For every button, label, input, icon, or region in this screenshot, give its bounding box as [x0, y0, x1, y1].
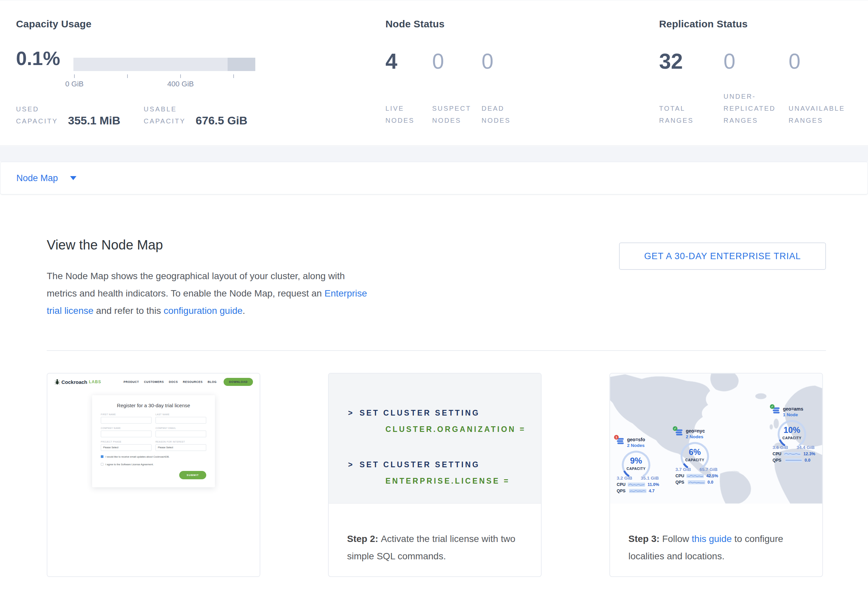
cpu-sparkline-icon — [784, 452, 801, 456]
field-label: REASON FOR INTEREST — [155, 441, 206, 443]
capacity-label: CAPACITY — [776, 436, 807, 440]
step-label: Step 3: — [628, 534, 662, 544]
dead-nodes-value: 0 — [481, 47, 511, 76]
axis-tick-label: 400 GiB — [167, 80, 194, 88]
cpu-label: CPU — [772, 452, 781, 456]
locality-widget-nyc: ✓ geo=nyc 2 Nodes 6% — [675, 428, 717, 485]
node-map-preview: 1 geo=sfo 2 Nodes 9% — [610, 374, 822, 503]
locality-name: geo=ams — [783, 406, 803, 412]
sql-command-text: SET CLUSTER SETTING — [359, 409, 480, 417]
step1-card: Cockroach LABS PRODUCT CUSTOMERS DOCS RE… — [47, 373, 260, 577]
field-label: FIRST NAME — [101, 413, 152, 416]
metric-label-line: CAPACITY — [16, 115, 58, 127]
qps-sparkline-icon — [785, 458, 802, 462]
capacity-bar-nonusable-segment — [227, 58, 255, 71]
sql-setting-name: CLUSTER.ORGANIZATION = — [385, 424, 541, 434]
this-guide-link[interactable]: this guide — [692, 534, 732, 544]
replication-status-columns: 32 TOTAL RANGES 0 UNDER- REPLICATED RANG… — [659, 47, 845, 127]
locality-widget-ams: ✓ geo=ams 1 Node 10% — [772, 406, 815, 463]
metric-label-line: USED — [16, 103, 58, 115]
cpu-label: CPU — [675, 474, 684, 478]
stat-label-line: LIVE — [385, 102, 432, 115]
stat-label-line: RANGES — [788, 115, 845, 127]
sql-setting-name: ENTERPRISE.LICENSE = — [385, 476, 541, 486]
nodemap-description: The Node Map shows the geographical layo… — [47, 268, 369, 319]
axis-tick-label: 0 GiB — [65, 80, 83, 88]
field-label: PROJECT PHASE — [101, 441, 152, 443]
under-replicated-ranges-stat: 0 UNDER- REPLICATED RANGES — [723, 47, 788, 127]
get-enterprise-trial-button[interactable]: GET A 30-DAY ENTERPRISE TRIAL — [619, 243, 826, 270]
field-label: LAST NAME — [155, 413, 206, 416]
capacity-percent: 9% — [621, 456, 651, 466]
nav-item: RESOURCES — [183, 380, 202, 384]
capacity-percent: 10% — [776, 425, 807, 435]
qps-value: 4.7 — [649, 489, 654, 493]
configuration-guide-link[interactable]: configuration guide — [164, 306, 243, 316]
qps-sparkline-icon — [629, 489, 647, 493]
stat-label-line: UNDER- — [723, 90, 788, 102]
total-ranges-stat: 32 TOTAL RANGES — [659, 47, 723, 127]
section-divider — [47, 350, 826, 351]
capacity-label: CAPACITY — [679, 458, 710, 462]
step1-caption: Step 1: Get a trial license delivered st… — [47, 576, 260, 577]
last-name-field — [155, 417, 206, 424]
stat-label-line: SUSPECT — [432, 102, 481, 115]
logo-suffix-text: LABS — [89, 380, 102, 384]
locality-node-count: 2 Nodes — [686, 434, 705, 440]
unavailable-ranges-stat: 0 UNAVAILABLE RANGES — [788, 47, 845, 127]
view-selector-bar[interactable]: Node Map — [0, 162, 868, 194]
cockroach-labs-logo: Cockroach LABS — [55, 379, 101, 385]
page-title: View the Node Map — [47, 237, 163, 253]
qps-label: QPS — [772, 458, 782, 463]
axis-tick — [233, 74, 234, 78]
qps-label: QPS — [617, 489, 627, 493]
cpu-value: 42.5% — [706, 474, 718, 478]
total-ranges-value: 32 — [659, 47, 723, 76]
usable-capacity-metric: USABLE CAPACITY 676.5 GiB — [144, 103, 248, 127]
step2-caption: Step 2: Activate the trial license with … — [329, 503, 541, 565]
stat-label-line: UNAVAILABLE — [788, 102, 845, 115]
company-name-field — [101, 431, 152, 437]
dead-nodes-stat: 0 DEAD NODES — [481, 47, 511, 127]
unavailable-ranges-value: 0 — [788, 47, 845, 76]
sql-prompt: > — [348, 409, 354, 417]
suspect-nodes-stat: 0 SUSPECT NODES — [432, 47, 481, 127]
check-badge-icon: ✓ — [770, 404, 775, 409]
chevron-down-icon[interactable] — [70, 176, 77, 180]
stat-label-line: RANGES — [723, 115, 788, 127]
cpu-value: 11.0% — [647, 482, 659, 487]
axis-tick — [127, 74, 128, 78]
locality-node-count: 2 Nodes — [627, 443, 645, 448]
capacity-metrics: USED CAPACITY 355.1 MiB USABLE CAPACITY … — [16, 103, 247, 127]
cockroachdb-admin-overview-page: { "stats": { "capacity": { "title": "Cap… — [0, 0, 868, 593]
node-status-title: Node Status — [385, 18, 444, 30]
trial-signup-screenshot: Cockroach LABS PRODUCT CUSTOMERS DOCS RE… — [47, 374, 260, 576]
suspect-nodes-value: 0 — [432, 47, 481, 76]
agree-checkbox-label: I agree to the — [105, 463, 121, 466]
axis-tick — [74, 74, 75, 78]
nav-item: BLOG — [208, 380, 217, 384]
node-map-dropdown[interactable]: Node Map — [16, 173, 58, 184]
capacity-usage-bar: 0 GiB 400 GiB — [74, 58, 255, 71]
capacity-label: CAPACITY — [621, 466, 651, 471]
cluster-summary-panel: Capacity Usage Node Status Replication S… — [0, 0, 868, 146]
stat-label-line: DEAD — [481, 102, 511, 115]
capacity-gauge: 9% CAPACITY — [621, 450, 651, 480]
stat-label-line: NODES — [385, 115, 432, 127]
capacity-usage-percent: 0.1% — [16, 47, 60, 69]
locality-name: geo=sfo — [627, 437, 645, 443]
nav-item: DOCS — [169, 380, 178, 384]
form-title: Register for a 30-day trial license — [101, 403, 206, 408]
step3-card: 1 geo=sfo 2 Nodes 9% — [610, 373, 823, 577]
cpu-value: 12.3% — [803, 452, 815, 456]
first-name-field — [101, 417, 152, 424]
trial-steps-cards: Cockroach LABS PRODUCT CUSTOMERS DOCS RE… — [47, 373, 823, 577]
cpu-sparkline-icon — [628, 483, 645, 487]
alert-badge-icon: 1 — [614, 435, 619, 440]
qps-label: QPS — [675, 480, 685, 485]
capacity-gauge: 10% CAPACITY — [776, 419, 807, 450]
nav-item: PRODUCT — [124, 380, 139, 384]
metric-label-line: USABLE — [144, 103, 186, 115]
locality-node-count: 1 Node — [783, 412, 803, 418]
company-email-field — [155, 431, 206, 437]
